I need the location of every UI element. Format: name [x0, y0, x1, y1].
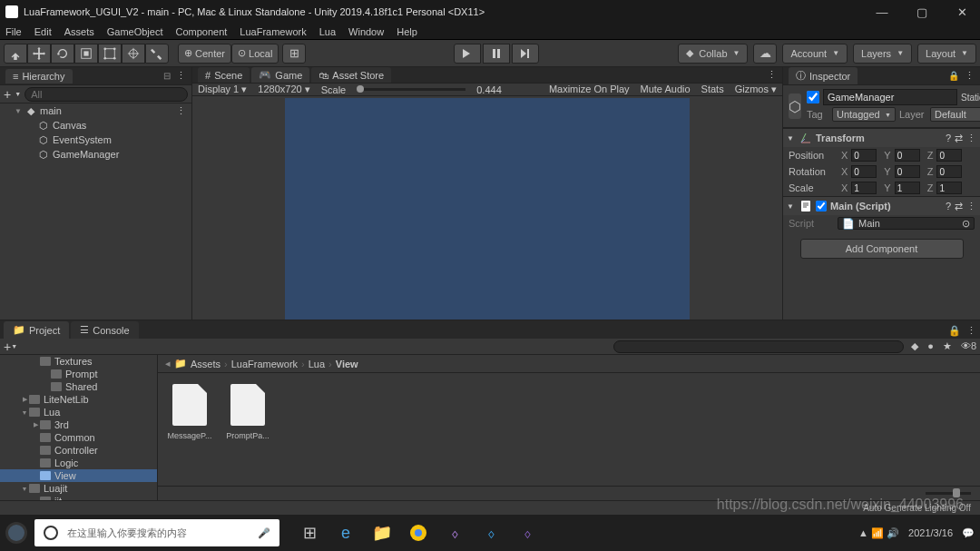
tray-time[interactable]: 2021/3/16 [908, 527, 953, 538]
scene-item[interactable]: ▼ ◆ main ⋮ [0, 103, 191, 118]
taskview-icon[interactable]: ⊞ [296, 519, 323, 546]
cloud-button[interactable]: ☁ [753, 44, 777, 64]
position-x[interactable] [851, 149, 877, 162]
project-search[interactable] [613, 340, 904, 353]
gameobject-name-input[interactable] [823, 89, 957, 105]
custom-tool[interactable] [145, 44, 169, 64]
static-label[interactable]: Static [961, 93, 980, 103]
crumb-view[interactable]: View [336, 359, 358, 369]
panel-menu-icon[interactable]: ⋮ [966, 325, 976, 337]
layers-button[interactable]: Layers▼ [853, 44, 912, 64]
snap-button[interactable]: ⊞ [282, 44, 306, 64]
crumb-assets[interactable]: Assets [191, 359, 220, 369]
account-button[interactable]: Account▼ [782, 44, 848, 64]
assetstore-tab[interactable]: 🛍Asset Store [311, 67, 391, 83]
zoom-slider[interactable] [926, 492, 971, 495]
game-tab[interactable]: 🎮Game [251, 67, 309, 83]
edge-icon[interactable]: e [332, 519, 359, 546]
hierarchy-search[interactable] [24, 87, 188, 102]
menu-help[interactable]: Help [397, 26, 417, 37]
notifications-icon[interactable]: 💬 [962, 527, 975, 539]
panel-menu-icon[interactable]: ⋮ [767, 69, 777, 81]
favorite-icon[interactable]: ★ [943, 340, 952, 352]
project-tree-item[interactable]: ▼Lua [0, 406, 157, 418]
menu-component[interactable]: Component [175, 26, 227, 37]
main-script-header[interactable]: ▼ Main (Script) ? ⇄ ⋮ [783, 197, 980, 215]
pivot-local-button[interactable]: ⊙ Local [231, 44, 279, 64]
vs-icon[interactable]: ⬨ [441, 519, 468, 546]
panel-menu-icon[interactable]: ⋮ [965, 70, 975, 82]
project-tree-item[interactable]: ▶3rd [0, 418, 157, 431]
scale-y[interactable] [895, 182, 920, 194]
transform-tool[interactable] [122, 44, 145, 64]
menu-window[interactable]: Window [348, 26, 384, 37]
file-item[interactable]: PromptPa... [227, 384, 269, 440]
active-checkbox[interactable] [807, 91, 819, 103]
pause-button[interactable] [483, 44, 510, 64]
maximize-toggle[interactable]: Maximize On Play [549, 84, 630, 95]
rotate-tool[interactable] [51, 44, 74, 64]
project-tab[interactable]: 📁Project [4, 321, 69, 339]
rotation-y[interactable] [895, 165, 920, 178]
move-tool[interactable] [27, 44, 51, 64]
crumb-luaframework[interactable]: LuaFramework [231, 359, 298, 369]
preset-icon[interactable]: ⇄ [955, 201, 963, 212]
project-tree-item[interactable]: ▼Luajit [0, 482, 157, 495]
project-tree-item[interactable]: Common [0, 431, 157, 444]
position-y[interactable] [895, 149, 920, 162]
console-tab[interactable]: ☰Console [71, 321, 138, 339]
panel-lock-icon[interactable]: ⊟ [163, 71, 171, 81]
menu-gameobject[interactable]: GameObject [107, 26, 163, 37]
stats-toggle[interactable]: Stats [701, 84, 724, 95]
menu-icon[interactable]: ⋮ [966, 201, 976, 212]
menu-assets[interactable]: Assets [64, 26, 94, 37]
hierarchy-tab[interactable]: ≡ Hierarchy [5, 69, 73, 84]
search-by-label-icon[interactable]: ● [927, 340, 934, 352]
maximize-button[interactable]: ▢ [909, 5, 935, 19]
inspector-tab[interactable]: ⓘ Inspector [789, 67, 858, 84]
close-button[interactable]: ✕ [949, 5, 975, 19]
step-button[interactable] [512, 44, 539, 64]
hidden-icon[interactable]: 👁8 [961, 340, 976, 352]
scale-z[interactable] [936, 182, 962, 194]
pivot-center-button[interactable]: ⊕ Center [178, 44, 231, 64]
crumb-lua[interactable]: Lua [309, 359, 325, 369]
mute-toggle[interactable]: Mute Audio [641, 84, 691, 95]
windows-search[interactable]: 在这里输入你要搜索的内容 🎤 [34, 519, 279, 546]
menu-luaframework[interactable]: LuaFramework [240, 26, 306, 37]
transform-header[interactable]: ▼ Transform ? ⇄ ⋮ [783, 129, 980, 147]
menu-lua[interactable]: Lua [319, 26, 336, 37]
resolution-dropdown[interactable]: 1280x720 ▾ [258, 84, 309, 95]
tray-icons[interactable]: ▲ 📶 🔊 [858, 527, 899, 539]
script-field[interactable]: 📄Main⊙ [838, 217, 975, 230]
add-component-button[interactable]: Add Component [800, 239, 964, 259]
panel-menu-icon[interactable]: ⋮ [176, 70, 186, 82]
create-asset-button[interactable]: + [4, 339, 11, 354]
project-tree-item[interactable]: Logic [0, 457, 157, 469]
position-z[interactable] [936, 149, 962, 162]
rotation-z[interactable] [936, 165, 962, 178]
project-tree-item[interactable]: jit [0, 495, 157, 500]
project-tree-item[interactable]: View [0, 469, 157, 482]
rotation-x[interactable] [851, 165, 877, 178]
lock-icon[interactable]: 🔒 [948, 325, 961, 337]
layer-dropdown[interactable]: Default▼ [930, 107, 980, 122]
play-button[interactable] [454, 44, 481, 64]
hand-tool[interactable] [4, 44, 27, 64]
menu-edit[interactable]: Edit [34, 26, 52, 37]
project-tree-item[interactable]: Prompt [0, 368, 157, 380]
start-button[interactable] [5, 522, 27, 544]
preset-icon[interactable]: ⇄ [955, 133, 963, 144]
menu-file[interactable]: File [5, 26, 22, 37]
script-enabled-checkbox[interactable] [816, 201, 827, 212]
minimize-button[interactable]: — [869, 5, 895, 19]
project-tree-item[interactable]: Shared [0, 380, 157, 393]
chrome-icon[interactable] [405, 519, 432, 546]
scale-slider[interactable] [357, 88, 466, 91]
scene-menu-icon[interactable]: ⋮ [176, 105, 186, 117]
display-dropdown[interactable]: Display 1 ▾ [198, 84, 247, 95]
lock-icon[interactable]: 🔒 [948, 71, 959, 81]
search-by-type-icon[interactable]: ◆ [911, 340, 918, 352]
scene-tab[interactable]: #Scene [198, 67, 250, 83]
project-tree-item[interactable]: Textures [0, 355, 157, 368]
